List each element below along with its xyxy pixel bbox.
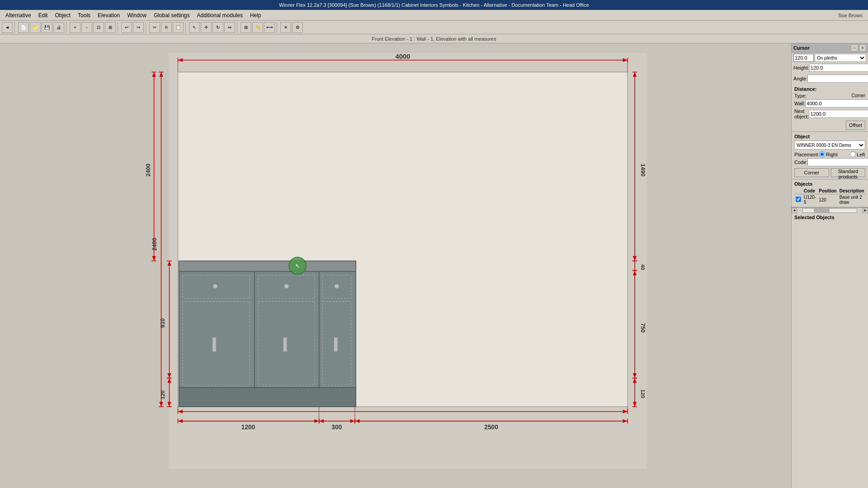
svg-rect-79: [179, 388, 356, 407]
redo-btn[interactable]: ↪: [133, 22, 144, 33]
svg-text:2400: 2400: [145, 164, 151, 176]
scroll-thumb[interactable]: [814, 209, 830, 212]
measure-btn[interactable]: 📏: [252, 22, 263, 33]
placement-radio-group: Right Left: [819, 151, 868, 157]
cursor-label: Cursor: [793, 45, 810, 51]
svg-text:120: 120: [160, 390, 165, 399]
svg-point-83: [213, 284, 218, 289]
cursor-max-btn[interactable]: ×: [859, 44, 866, 52]
grid-btn[interactable]: ⊞: [241, 22, 251, 33]
scroll-left-arrow[interactable]: ◄: [792, 208, 797, 213]
next-obj-label: Next object:: [794, 108, 809, 119]
title-text: Winner Flex 12.2a7.3 [300094] (Sue Brown…: [279, 2, 589, 8]
height-input[interactable]: [809, 64, 868, 72]
save-btn[interactable]: 💾: [42, 22, 52, 33]
object-label: Object: [794, 134, 865, 139]
main-layout: 4000 2400 2400 910: [0, 43, 868, 488]
cursor-close-btn[interactable]: −: [851, 44, 858, 52]
std-products-button[interactable]: Standard products: [831, 168, 866, 177]
radio-left-label[interactable]: Left: [850, 151, 868, 157]
code-row: Code:: [794, 158, 865, 166]
paste-btn[interactable]: 📋: [173, 22, 184, 33]
select-btn[interactable]: ↖: [189, 22, 200, 33]
svg-marker-18: [159, 402, 163, 407]
title-bar: Winner Flex 12.2a7.3 [300094] (Sue Brown…: [0, 0, 868, 10]
cut-btn[interactable]: ✂: [149, 22, 160, 33]
mirror-btn[interactable]: ⇔: [224, 22, 235, 33]
rotate-btn[interactable]: ↻: [212, 22, 223, 33]
row-checkbox[interactable]: [796, 197, 801, 202]
svg-text:↖: ↖: [295, 263, 300, 269]
cursor-mode-dropdown[interactable]: On plinths On floor: [815, 54, 866, 62]
objects-label: Objects: [794, 181, 865, 187]
scroll-track[interactable]: [802, 208, 857, 213]
svg-text:40: 40: [640, 264, 646, 270]
zoom-all-btn[interactable]: ⊞: [105, 22, 116, 33]
col-code-label: Code: [802, 188, 817, 194]
placement-label: Placement:: [794, 152, 819, 157]
back-btn[interactable]: ◄: [2, 22, 13, 33]
canvas-area[interactable]: 4000 2400 2400 910: [0, 43, 791, 488]
corner-button[interactable]: Corner: [794, 168, 829, 177]
radio-right[interactable]: [819, 151, 825, 157]
angle-input[interactable]: [807, 75, 868, 83]
copy-btn[interactable]: ⎘: [161, 22, 172, 33]
status-bar-top: Front Elevation - 1 : Wall - 1, Elevatio…: [0, 34, 868, 43]
toolbar: ◄ 📄 📁 💾 🖨 + - ⊡ ⊞ ↩ ↪ ✂ ⎘ 📋 ↖ ✛ ↻ ⇔ ⊞ 📏 …: [0, 21, 868, 34]
svg-rect-89: [212, 338, 216, 352]
next-obj-input[interactable]: [809, 110, 868, 118]
new-btn[interactable]: 📄: [18, 22, 29, 33]
angle-label: Angle:: [793, 76, 807, 81]
type-label: Type:: [794, 93, 807, 99]
object-section: Object WINNER 0000-3 EN Demo Placement: …: [792, 132, 868, 179]
wall-input[interactable]: [805, 99, 868, 108]
objects-scrollbar[interactable]: ◄ ►: [792, 207, 868, 213]
print-btn[interactable]: 🖨: [53, 22, 64, 33]
svg-marker-11: [152, 72, 156, 77]
distance-section: Distance: Type: Corner Wall: Next object…: [792, 84, 868, 132]
menu-elevation[interactable]: Elevation: [94, 11, 123, 19]
delete-btn[interactable]: ✕: [280, 22, 291, 33]
menu-help[interactable]: Help: [246, 11, 265, 19]
selected-objects-label: Selected Objects: [794, 215, 865, 220]
drawing-svg: 4000 2400 2400 910: [0, 43, 791, 488]
move-btn[interactable]: ✛: [201, 22, 212, 33]
svg-marker-17: [159, 72, 163, 77]
menu-object[interactable]: Object: [51, 11, 74, 19]
cursor-value-row: On plinths On floor: [792, 53, 868, 63]
menu-tools[interactable]: Tools: [74, 11, 94, 19]
undo-btn[interactable]: ↩: [121, 22, 132, 33]
svg-text:910: 910: [160, 318, 166, 328]
svg-text:4000: 4000: [395, 53, 410, 60]
svg-text:750: 750: [640, 323, 646, 333]
menu-alternative[interactable]: Alternative: [2, 11, 35, 19]
menu-global-settings[interactable]: Global settings: [150, 11, 193, 19]
menu-additional-modules[interactable]: Additional modules: [193, 11, 246, 19]
scroll-right-arrow[interactable]: ►: [863, 208, 868, 213]
offset-button[interactable]: Offset: [846, 121, 865, 130]
menu-window[interactable]: Window: [123, 11, 150, 19]
zoom-out-btn[interactable]: -: [81, 22, 92, 33]
svg-rect-78: [179, 272, 356, 389]
height-row: Height:: [792, 63, 868, 73]
open-btn[interactable]: 📁: [30, 22, 41, 33]
code-input[interactable]: [807, 158, 868, 166]
svg-text:120: 120: [640, 389, 646, 398]
table-row[interactable]: U120-5 120 Base unit 2 draw: [794, 194, 866, 206]
cursor-value-input[interactable]: [793, 54, 814, 62]
dimension-btn[interactable]: ⟷: [264, 22, 275, 33]
objects-section: Objects Code Position Description U120-5…: [792, 179, 868, 207]
svg-point-85: [284, 284, 289, 289]
menu-edit[interactable]: Edit: [35, 11, 52, 19]
row-position: 120: [817, 194, 838, 206]
zoom-fit-btn[interactable]: ⊡: [93, 22, 104, 33]
svg-point-87: [335, 284, 340, 289]
settings-btn[interactable]: ⚙: [292, 22, 303, 33]
zoom-in-btn[interactable]: +: [70, 22, 80, 33]
svg-rect-91: [283, 338, 287, 352]
radio-right-label[interactable]: Right: [819, 151, 846, 157]
radio-left[interactable]: [850, 151, 856, 157]
object-dropdown[interactable]: WINNER 0000-3 EN Demo: [794, 141, 865, 150]
svg-text:300: 300: [331, 424, 342, 431]
next-obj-row: Next object:: [794, 108, 865, 119]
